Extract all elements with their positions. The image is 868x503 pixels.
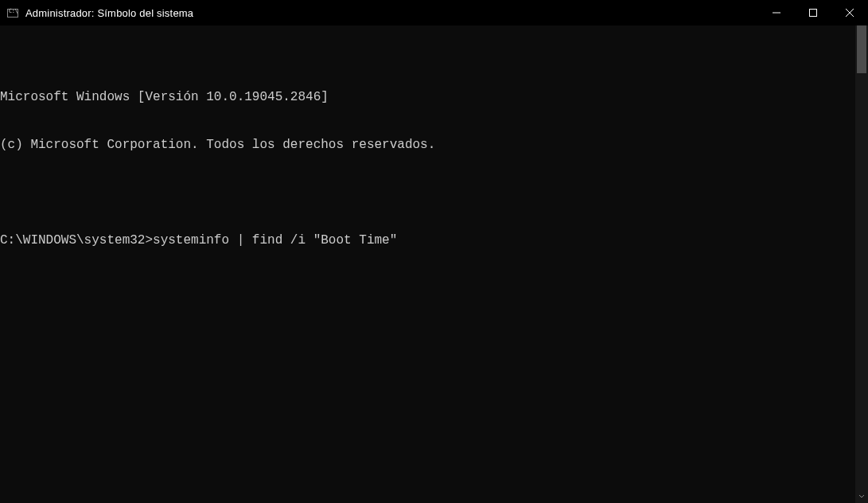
- cmd-icon: C:\: [6, 6, 19, 19]
- window-title: Administrador: Símbolo del sistema: [25, 7, 200, 19]
- scrollbar-down-button[interactable]: [855, 490, 868, 503]
- maximize-button[interactable]: [795, 0, 831, 25]
- chevron-down-icon: [858, 493, 865, 500]
- svg-rect-0: [810, 10, 817, 17]
- scrollbar-thumb[interactable]: [857, 25, 866, 73]
- output-line: Microsoft Windows [Versión 10.0.19045.28…: [0, 89, 868, 105]
- close-icon: [846, 9, 854, 17]
- prompt-path: C:\WINDOWS\system32>: [0, 233, 153, 248]
- output-line: (c) Microsoft Corporation. Todos los der…: [0, 137, 868, 153]
- titlebar[interactable]: C:\ Administrador: Símbolo del sistema: [0, 0, 868, 25]
- vertical-scrollbar[interactable]: [855, 25, 868, 503]
- maximize-icon: [809, 9, 817, 17]
- minimize-icon: [773, 9, 780, 17]
- command-prompt-window: C:\ Administrador: Símbolo del sistema M…: [0, 0, 868, 503]
- close-button[interactable]: [831, 0, 868, 25]
- terminal-output-area[interactable]: Microsoft Windows [Versión 10.0.19045.28…: [0, 25, 868, 503]
- output-blank-line: [0, 185, 868, 201]
- command-text: systeminfo | find /i "Boot Time": [153, 233, 397, 248]
- prompt-line: C:\WINDOWS\system32>systeminfo | find /i…: [0, 232, 868, 248]
- minimize-button[interactable]: [758, 0, 795, 25]
